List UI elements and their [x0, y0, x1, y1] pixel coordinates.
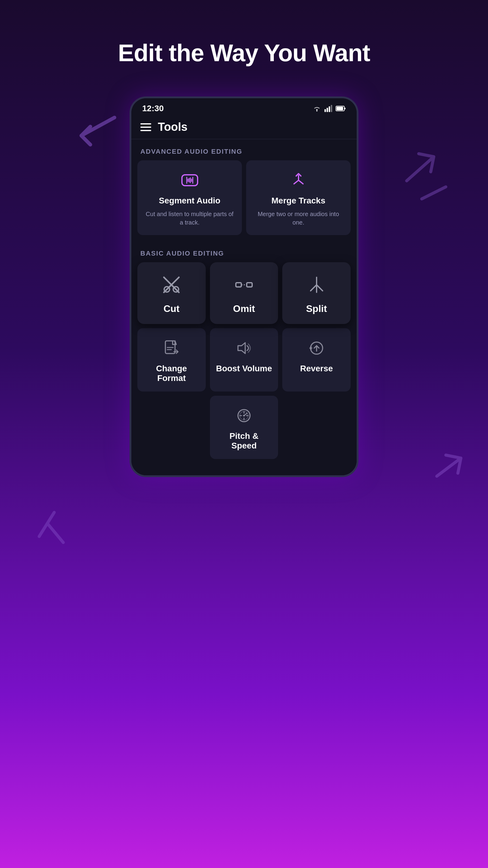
- pitch-speed-card[interactable]: Pitch & Speed: [210, 396, 278, 459]
- phone-mockup: 12:30: [130, 96, 358, 477]
- svg-line-23: [298, 180, 303, 184]
- svg-line-22: [294, 180, 298, 184]
- svg-line-2: [407, 157, 434, 181]
- reverse-card[interactable]: Reverse: [282, 328, 351, 392]
- split-icon: [306, 274, 327, 299]
- svg-line-6: [437, 458, 461, 476]
- svg-rect-10: [329, 106, 330, 112]
- svg-rect-14: [344, 107, 346, 110]
- boost-volume-card[interactable]: Boost Volume: [210, 328, 278, 392]
- change-format-card[interactable]: Change Format: [137, 328, 206, 392]
- segment-audio-icon: [181, 171, 199, 192]
- app-content: ADVANCED AUDIO EDITING Segment Audio: [131, 139, 357, 475]
- merge-tracks-icon: [290, 171, 307, 192]
- signal-icon: [324, 104, 332, 113]
- split-title: Split: [306, 303, 327, 314]
- svg-line-3: [422, 187, 446, 199]
- pitch-speed-title: Pitch & Speed: [216, 431, 272, 451]
- svg-rect-13: [336, 107, 343, 110]
- basic-tools-row3: Pitch & Speed: [131, 396, 357, 463]
- hamburger-menu[interactable]: [140, 123, 151, 131]
- section-advanced-label: ADVANCED AUDIO EDITING: [131, 139, 357, 160]
- status-time: 12:30: [142, 104, 164, 113]
- reverse-icon: [307, 339, 326, 360]
- svg-line-33: [311, 285, 317, 291]
- status-icons: [313, 104, 346, 113]
- svg-line-4: [39, 513, 54, 536]
- cut-card[interactable]: Cut: [137, 262, 206, 324]
- pitch-speed-icon: [235, 407, 253, 427]
- svg-line-34: [317, 285, 323, 291]
- reverse-title: Reverse: [300, 364, 333, 373]
- app-header: Tools: [131, 116, 357, 139]
- svg-rect-11: [331, 105, 332, 112]
- omit-icon: [233, 274, 255, 299]
- svg-line-5: [48, 524, 63, 542]
- battery-icon: [335, 105, 346, 112]
- advanced-tools-grid: Segment Audio Cut and listen to multiple…: [131, 160, 357, 241]
- svg-point-50: [243, 415, 245, 416]
- merge-tracks-card[interactable]: Merge Tracks Merge two or more audios in…: [246, 160, 351, 235]
- merge-tracks-title: Merge Tracks: [271, 196, 325, 206]
- boost-volume-title: Boost Volume: [216, 364, 272, 373]
- svg-rect-30: [247, 283, 252, 287]
- change-format-title: Change Format: [143, 364, 200, 383]
- change-format-icon: [162, 339, 181, 360]
- wifi-icon: [313, 104, 321, 113]
- split-card[interactable]: Split: [282, 262, 351, 324]
- svg-rect-15: [182, 175, 198, 186]
- app-header-title: Tools: [158, 121, 188, 133]
- merge-tracks-desc: Merge two or more audios into one.: [252, 210, 345, 227]
- cut-icon: [161, 274, 182, 299]
- status-bar: 12:30: [131, 98, 357, 116]
- svg-rect-9: [327, 108, 328, 112]
- segment-audio-desc: Cut and listen to multiple parts of a tr…: [143, 210, 236, 227]
- basic-tools-row1: Cut Omit: [131, 262, 357, 328]
- svg-rect-29: [236, 283, 241, 287]
- svg-line-1: [82, 118, 115, 135]
- svg-point-7: [316, 110, 318, 112]
- svg-marker-39: [238, 343, 245, 353]
- omit-card[interactable]: Omit: [210, 262, 278, 324]
- segment-audio-title: Segment Audio: [159, 196, 220, 206]
- svg-rect-8: [324, 109, 326, 112]
- section-basic-label: BASIC AUDIO EDITING: [131, 241, 357, 262]
- boost-volume-icon: [235, 339, 253, 360]
- basic-tools-row2: Change Format Boost Volume: [131, 328, 357, 396]
- omit-title: Omit: [233, 303, 255, 314]
- page-title: Edit the Way You Want: [0, 39, 488, 67]
- segment-audio-card[interactable]: Segment Audio Cut and listen to multiple…: [137, 160, 242, 235]
- cut-title: Cut: [164, 303, 180, 314]
